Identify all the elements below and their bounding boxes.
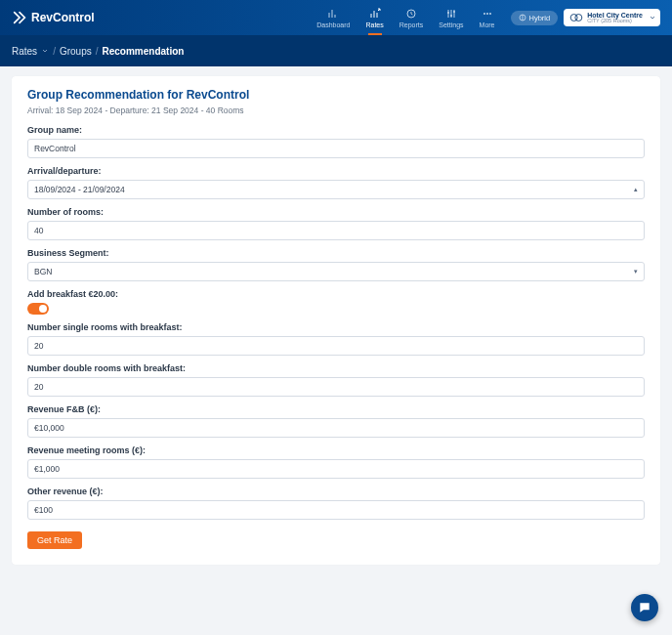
field-meeting: Revenue meeting rooms (€): (27, 445, 645, 479)
hotel-selector[interactable]: Hotel City Centre CITY (205 Rooms) (564, 9, 660, 26)
svg-point-5 (486, 13, 488, 15)
nav-rates[interactable]: Rates (365, 0, 383, 35)
brand-name: RevControl (31, 11, 95, 24)
field-double: Number double rooms with breakfast: (27, 363, 645, 397)
nav-dashboard[interactable]: Dashboard (316, 0, 350, 35)
num-rooms-text[interactable] (34, 226, 638, 235)
field-business: Business Segment: BGN ▾ (27, 248, 645, 281)
breadcrumb-sep: / (96, 46, 99, 57)
hotel-text: Hotel City Centre CITY (205 Rooms) (587, 12, 643, 24)
card-subtitle: Arrival: 18 Sep 2024 - Departure: 21 Sep… (27, 106, 645, 115)
svg-point-6 (489, 13, 491, 15)
field-fnb: Revenue F&B (€): (27, 404, 645, 438)
other-label: Other revenue (€): (27, 487, 645, 496)
nav-dashboard-label: Dashboard (316, 21, 350, 28)
breadcrumb-groups[interactable]: Groups (60, 46, 92, 57)
arrival-label: Arrival/departure: (27, 166, 645, 176)
chevron-up-icon: ▴ (634, 186, 638, 193)
field-arrival: Arrival/departure: 18/09/2024 - 21/09/20… (27, 166, 645, 199)
single-input[interactable] (27, 336, 645, 356)
breakfast-label: Add breakfast €20.00: (27, 289, 645, 299)
brand-logo: RevControl (12, 10, 95, 25)
group-name-label: Group name: (27, 125, 645, 135)
nav-settings-label: Settings (439, 21, 463, 28)
clock-icon (405, 8, 417, 20)
nav-settings[interactable]: Settings (439, 0, 463, 35)
num-rooms-input[interactable] (27, 221, 645, 240)
svg-point-2 (450, 15, 452, 17)
group-name-text[interactable] (34, 144, 638, 153)
hotel-logo-icon (569, 11, 583, 24)
nav-more-label: More (480, 21, 495, 28)
breakfast-toggle[interactable] (27, 303, 49, 315)
breadcrumb: Rates / Groups / Recommendation (0, 35, 672, 66)
field-other: Other revenue (€): (27, 487, 645, 520)
svg-point-3 (453, 11, 455, 13)
svg-point-9 (575, 15, 582, 21)
fnb-label: Revenue F&B (€): (27, 404, 645, 414)
breadcrumb-sep: / (53, 46, 56, 57)
fnb-text[interactable] (34, 423, 638, 433)
chevron-down-icon: ▾ (634, 268, 638, 275)
meeting-label: Revenue meeting rooms (€): (27, 445, 645, 455)
single-text[interactable] (34, 341, 638, 351)
brand-icon (12, 10, 27, 25)
arrival-value: 18/09/2024 - 21/09/2024 (34, 185, 125, 194)
group-name-input[interactable] (27, 139, 645, 158)
breadcrumb-recommendation: Recommendation (102, 46, 184, 57)
nav-reports[interactable]: Reports (399, 0, 424, 35)
field-breakfast: Add breakfast €20.00: (27, 289, 645, 315)
chevron-down-icon (41, 47, 49, 55)
double-label: Number double rooms with breakfast: (27, 363, 645, 373)
business-select[interactable]: BGN ▾ (27, 262, 645, 281)
card-title: Group Recommendation for RevControl (27, 88, 645, 102)
meeting-input[interactable] (27, 459, 645, 479)
meeting-text[interactable] (34, 464, 638, 474)
hybrid-pill[interactable]: Hybrid (511, 11, 559, 25)
double-input[interactable] (27, 377, 645, 397)
fnb-input[interactable] (27, 418, 645, 438)
main-nav: Dashboard Rates Reports Settings More (316, 0, 494, 35)
app-header: RevControl Dashboard Rates Reports Setti… (0, 0, 672, 35)
chat-icon (638, 601, 651, 614)
recommendation-card: Group Recommendation for RevControl Arri… (12, 76, 660, 565)
svg-point-4 (483, 13, 485, 15)
hotel-loc: CITY (205 Rooms) (587, 19, 643, 24)
arrival-input[interactable]: 18/09/2024 - 21/09/2024 ▴ (27, 180, 645, 199)
dots-icon (482, 8, 493, 20)
bars-icon (327, 8, 339, 20)
field-num-rooms: Number of rooms: (27, 207, 645, 240)
business-value: BGN (34, 267, 52, 276)
hybrid-label: Hybrid (529, 14, 551, 22)
other-text[interactable] (34, 505, 638, 515)
nav-rates-label: Rates (365, 21, 383, 28)
rates-icon (369, 8, 381, 20)
hybrid-icon (519, 14, 526, 21)
chevron-down-icon (649, 14, 656, 21)
nav-more[interactable]: More (480, 0, 495, 35)
field-single: Number single rooms with breakfast: (27, 322, 645, 356)
business-label: Business Segment: (27, 248, 645, 258)
nav-reports-label: Reports (399, 21, 424, 28)
breadcrumb-rates[interactable]: Rates (12, 46, 37, 57)
sliders-icon (445, 8, 457, 20)
get-rate-button[interactable]: Get Rate (27, 531, 82, 549)
num-rooms-label: Number of rooms: (27, 207, 645, 217)
field-group-name: Group name: (27, 125, 645, 158)
single-label: Number single rooms with breakfast: (27, 322, 645, 332)
chat-button[interactable] (631, 594, 658, 621)
other-input[interactable] (27, 500, 645, 520)
double-text[interactable] (34, 382, 638, 392)
svg-point-1 (447, 12, 449, 14)
